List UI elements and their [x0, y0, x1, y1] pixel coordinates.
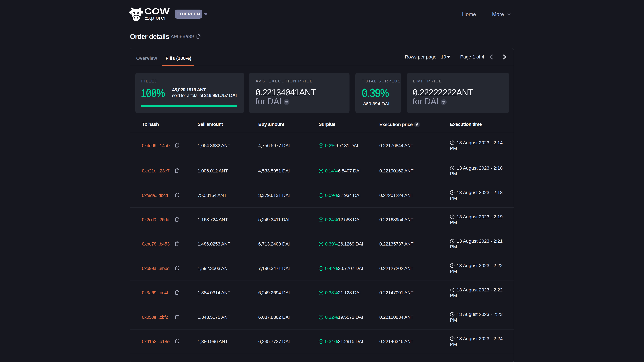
svg-text:COW: COW [144, 8, 170, 15]
